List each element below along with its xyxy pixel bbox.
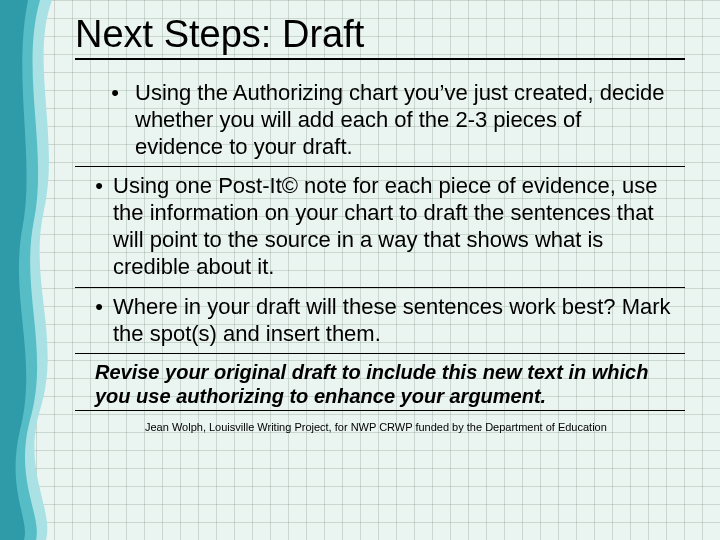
bullet-text: Using the Authorizing chart you’ve just …: [135, 80, 681, 160]
bullet-item: • Using one Post-It© note for each piece…: [75, 167, 685, 287]
revise-callout: Revise your original draft to include th…: [75, 354, 685, 411]
bullet-text: Using one Post-It© note for each piece o…: [113, 173, 681, 280]
bullet-text: Where in your draft will these sentences…: [113, 294, 681, 348]
footer-credit: Jean Wolph, Louisville Writing Project, …: [75, 411, 685, 433]
slide: Next Steps: Draft • Using the Authorizin…: [0, 0, 720, 540]
bullet-item: • Using the Authorizing chart you’ve jus…: [75, 74, 685, 167]
bullet-item: • Where in your draft will these sentenc…: [75, 288, 685, 355]
wave-decoration: [0, 0, 72, 540]
bullet-marker: •: [79, 80, 135, 160]
slide-body: • Using the Authorizing chart you’ve jus…: [75, 74, 685, 433]
bullet-marker: •: [79, 173, 113, 280]
bullet-marker: •: [79, 294, 113, 348]
slide-title: Next Steps: Draft: [75, 5, 685, 60]
